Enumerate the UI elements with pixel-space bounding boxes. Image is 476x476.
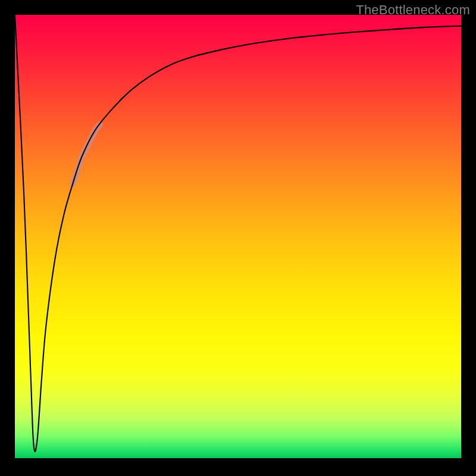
bottleneck-curve [15, 15, 461, 452]
curve-highlight-segment [73, 124, 100, 183]
curve-svg [15, 15, 461, 458]
watermark-text: TheBottleneck.com [356, 2, 470, 18]
chart-stage: TheBottleneck.com [0, 0, 476, 476]
plot-area [15, 15, 461, 458]
